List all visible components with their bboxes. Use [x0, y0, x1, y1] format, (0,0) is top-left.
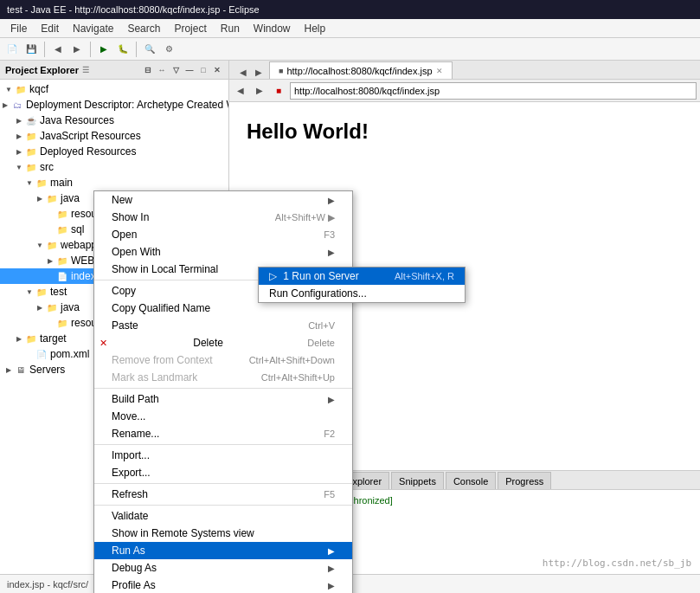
ctx-validate[interactable]: Validate	[94, 507, 352, 525]
watermark: http://blog.csdn.net/sb_jb	[543, 558, 691, 569]
menu-search[interactable]: Search	[120, 21, 167, 36]
ctx-open-with[interactable]: Open With ▶	[94, 243, 352, 261]
ctx-show-in[interactable]: Show In Alt+Shift+W ▶	[94, 209, 352, 226]
label-test-java: java	[61, 301, 80, 313]
ctx-build-path-arrow: ▶	[328, 395, 335, 404]
arrow-servers: ▶	[3, 364, 14, 375]
ctx-profile-as[interactable]: Profile As ▶	[94, 577, 352, 593]
menu-navigate[interactable]: Navigate	[66, 21, 120, 36]
ctx-build-path-label: Build Path	[112, 393, 159, 405]
tab-browser[interactable]: ■ http://localhost:8080/kqcf/index.jsp ✕	[269, 61, 453, 79]
ctx-debug-as[interactable]: Debug As ▶	[94, 559, 352, 577]
run-on-server-left: ▷ 1 Run on Server	[269, 270, 359, 282]
ctx-refresh[interactable]: Refresh F5	[94, 486, 352, 503]
submenu-run-on-server[interactable]: ▷ 1 Run on Server Alt+Shift+X, R	[259, 267, 465, 285]
menu-help[interactable]: Help	[298, 21, 333, 36]
toolbar-save-btn[interactable]: 💾	[22, 41, 40, 58]
ctx-debug-as-label: Debug As	[112, 562, 157, 574]
collapse-all-icon[interactable]: ⊟	[142, 64, 154, 76]
toolbar-debug-btn[interactable]: 🐛	[114, 41, 132, 58]
arrow-test-res	[45, 318, 55, 328]
browser-url-input[interactable]	[290, 82, 697, 100]
label-src: src	[40, 161, 54, 173]
label-deployment: Deployment Descriptor: Archetype Created…	[26, 99, 228, 111]
tab-console[interactable]: Console	[446, 472, 496, 489]
label-target: target	[40, 332, 67, 345]
arrow-resources	[45, 209, 55, 219]
tab-progress[interactable]: Progress	[498, 472, 551, 489]
toolbar-back-btn[interactable]: ◀	[49, 41, 67, 58]
label-java-resources: Java Resources	[40, 114, 114, 126]
browser-stop-btn[interactable]: ■	[271, 83, 286, 99]
tab-close-icon[interactable]: ■	[279, 67, 283, 75]
ctx-delete[interactable]: ✕ Delete Delete	[94, 334, 352, 351]
delete-icon: ✕	[100, 338, 107, 349]
ctx-new-label: New	[112, 194, 132, 206]
toolbar-sep-2	[90, 42, 91, 57]
ctx-export[interactable]: Export...	[94, 464, 352, 481]
ctx-move[interactable]: Move...	[94, 408, 352, 425]
tab-forward-btn[interactable]: ▶	[252, 68, 266, 77]
toolbar-new-btn[interactable]: 📄	[3, 41, 21, 58]
tree-item-src[interactable]: ▼ 📁 src	[0, 159, 228, 175]
ctx-import[interactable]: Import...	[94, 447, 352, 464]
project-explorer-header: Project Explorer ☰ ⊟ ↔ ▽ — □ ✕	[0, 61, 228, 80]
run-on-server-icon: ▷	[269, 270, 277, 282]
submenu-run-configurations[interactable]: Run Configurations...	[259, 285, 465, 302]
toolbar-forward-btn[interactable]: ▶	[68, 41, 86, 58]
ctx-sep-3	[94, 444, 352, 445]
label-main: main	[50, 177, 73, 189]
ctx-rename-shortcut: F2	[324, 429, 335, 439]
tab-snippets[interactable]: Snippets	[391, 472, 444, 489]
ctx-open[interactable]: Open F3	[94, 226, 352, 243]
tree-item-deployed-resources[interactable]: ▶ 📁 Deployed Resources	[0, 144, 228, 159]
ctx-new[interactable]: New ▶	[94, 191, 352, 209]
tree-item-main[interactable]: ▼ 📁 main	[0, 175, 228, 190]
tab-close-btn[interactable]: ✕	[436, 67, 443, 75]
menu-edit[interactable]: Edit	[34, 21, 66, 36]
run-configurations-label: Run Configurations...	[269, 287, 367, 300]
toolbar-run-btn[interactable]: ▶	[95, 41, 112, 58]
label-js-resources: JavaScript Resources	[40, 130, 141, 142]
arrow-test: ▼	[24, 287, 35, 297]
link-editor-icon[interactable]: ↔	[156, 64, 168, 76]
ctx-show-remote-label: Show in Remote Systems view	[112, 527, 254, 539]
menu-window[interactable]: Window	[247, 21, 298, 36]
folder-icon-java: 📁	[45, 191, 59, 205]
tree-item-deployment[interactable]: ▶ 🗂 Deployment Descriptor: Archetype Cre…	[0, 97, 228, 113]
ctx-import-label: Import...	[112, 449, 150, 461]
ctx-rename[interactable]: Rename... F2	[94, 425, 352, 442]
menu-run[interactable]: Run	[214, 21, 247, 36]
view-menu-icon[interactable]: ▽	[170, 64, 182, 76]
minimize-icon[interactable]: —	[183, 64, 196, 76]
tree-item-java-resources[interactable]: ▶ ☕ Java Resources	[0, 113, 228, 128]
xml-icon: 📄	[35, 347, 48, 361]
tab-back-btn[interactable]: ◀	[236, 68, 250, 77]
browser-back-btn[interactable]: ◀	[233, 83, 248, 99]
jsp-icon: 📄	[55, 269, 69, 283]
toolbar-search-btn[interactable]: 🔍	[141, 41, 158, 58]
label-servers: Servers	[29, 364, 65, 376]
ctx-build-path[interactable]: Build Path ▶	[94, 390, 352, 408]
run-on-server-label: 1 Run on Server	[283, 270, 358, 282]
ctx-debug-as-arrow: ▶	[328, 564, 335, 573]
title-text: test - Java EE - http://localhost:8080/k…	[7, 4, 260, 15]
java-resources-icon: ☕	[24, 113, 38, 127]
ctx-paste-shortcut: Ctrl+V	[308, 320, 335, 331]
ctx-run-as-arrow: ▶	[328, 546, 335, 556]
ctx-run-as[interactable]: Run As ▶	[94, 542, 352, 559]
tree-item-js-resources[interactable]: ▶ 📁 JavaScript Resources	[0, 128, 228, 144]
maximize-icon[interactable]: □	[197, 64, 209, 76]
toolbar-settings-btn[interactable]: ⚙	[160, 41, 177, 58]
tree-item-kqcf[interactable]: ▼ 📁 kqcf	[0, 81, 228, 97]
ctx-paste[interactable]: Paste Ctrl+V	[94, 317, 352, 334]
ctx-remove-context-shortcut: Ctrl+Alt+Shift+Down	[249, 355, 335, 365]
project-explorer-label: Project Explorer	[5, 65, 79, 75]
ctx-show-remote[interactable]: Show in Remote Systems view	[94, 525, 352, 542]
close-panel-icon[interactable]: ✕	[211, 64, 223, 76]
menu-file[interactable]: File	[3, 21, 34, 36]
menu-project[interactable]: Project	[167, 21, 213, 36]
ctx-show-local-label: Show in Local Terminal	[112, 263, 218, 275]
arrow-pom	[24, 349, 35, 359]
browser-forward-btn[interactable]: ▶	[252, 83, 267, 99]
